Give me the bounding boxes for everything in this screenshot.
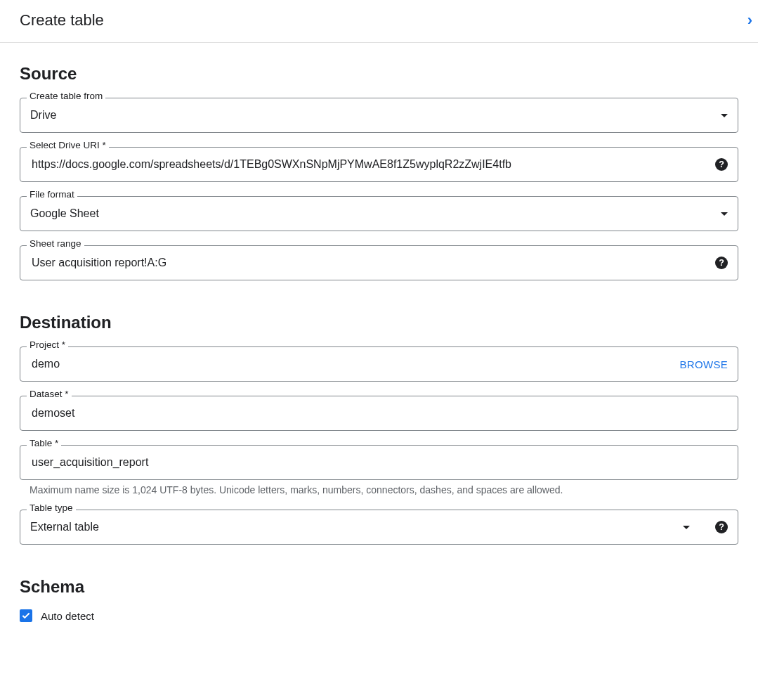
autodetect-checkbox[interactable] — [20, 609, 32, 622]
help-icon[interactable]: ? — [715, 257, 728, 269]
project-box: BROWSE — [20, 346, 738, 382]
dialog-header: Create table › — [0, 0, 758, 43]
sheet-range-label: Sheet range — [27, 239, 84, 249]
dataset-label: Dataset * — [27, 389, 72, 399]
table-helper-text: Maximum name size is 1,024 UTF-8 bytes. … — [20, 484, 738, 495]
sheet-range-field: Sheet range ? — [20, 245, 738, 280]
create-table-from-value: Drive — [30, 109, 715, 122]
drive-uri-field: Select Drive URI * ? — [20, 147, 738, 182]
table-input[interactable] — [30, 455, 728, 469]
autodetect-label: Auto detect — [41, 610, 94, 622]
dataset-field: Dataset * — [20, 396, 738, 431]
file-format-select[interactable]: Google Sheet — [20, 196, 738, 231]
project-input[interactable] — [30, 357, 674, 371]
drive-uri-input[interactable] — [30, 157, 708, 171]
check-icon — [21, 611, 31, 621]
file-format-field: File format Google Sheet — [20, 196, 738, 231]
table-type-label: Table type — [27, 503, 76, 513]
file-format-value: Google Sheet — [30, 207, 715, 220]
dialog-content: Source Create table from Drive Select Dr… — [0, 64, 758, 636]
project-field: Project * BROWSE — [20, 346, 738, 382]
table-type-value: External table — [30, 521, 677, 533]
drive-uri-box: ? — [20, 147, 738, 182]
help-icon[interactable]: ? — [715, 158, 728, 171]
schema-section-title: Schema — [20, 577, 738, 597]
chevron-down-icon — [721, 212, 728, 216]
close-icon[interactable]: › — [747, 13, 752, 28]
table-label: Table * — [27, 439, 61, 448]
file-format-label: File format — [27, 190, 77, 200]
dataset-input[interactable] — [30, 406, 728, 420]
dialog-title: Create table — [20, 11, 104, 30]
table-type-field: Table type External table ? — [20, 510, 738, 545]
create-table-from-select[interactable]: Drive — [20, 98, 738, 133]
destination-section-title: Destination — [20, 313, 738, 332]
browse-button[interactable]: BROWSE — [680, 358, 728, 370]
source-section-title: Source — [20, 64, 738, 84]
autodetect-row: Auto detect — [20, 609, 738, 622]
dataset-box — [20, 396, 738, 431]
create-table-from-field: Create table from Drive — [20, 98, 738, 133]
table-field: Table * Maximum name size is 1,024 UTF-8… — [20, 445, 738, 495]
project-label: Project * — [27, 340, 68, 350]
sheet-range-input[interactable] — [30, 256, 708, 270]
help-icon[interactable]: ? — [715, 521, 728, 533]
table-box — [20, 445, 738, 480]
sheet-range-box: ? — [20, 245, 738, 280]
create-table-from-label: Create table from — [27, 91, 105, 101]
table-type-select[interactable]: External table ? — [20, 510, 738, 545]
chevron-down-icon — [721, 114, 728, 117]
drive-uri-label: Select Drive URI * — [27, 141, 109, 150]
chevron-down-icon — [683, 526, 690, 529]
